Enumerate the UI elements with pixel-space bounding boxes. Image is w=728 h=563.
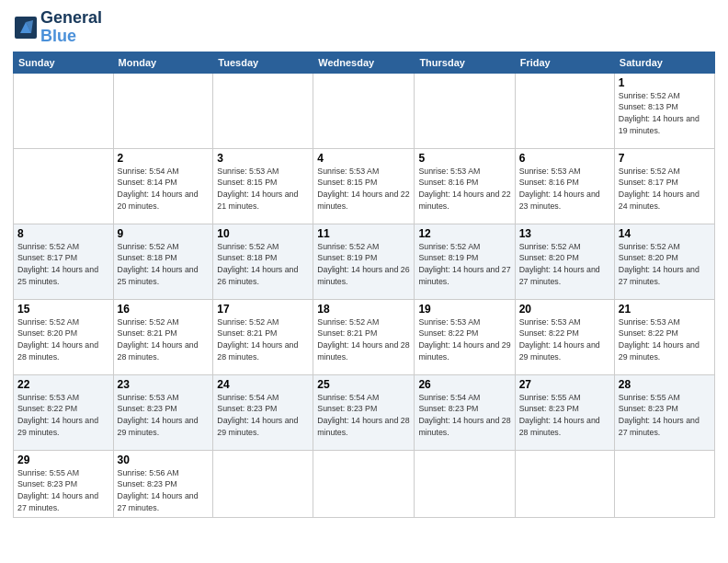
day-cell-26: 26Sunrise: 5:54 AMSunset: 8:23 PMDayligh…: [415, 374, 515, 450]
day-info: Sunrise: 5:53 AMSunset: 8:15 PMDaylight:…: [217, 167, 298, 212]
day-number: 10: [217, 227, 309, 240]
day-number: 7: [619, 152, 711, 165]
day-info: Sunrise: 5:52 AMSunset: 8:18 PMDaylight:…: [217, 242, 298, 287]
day-cell-21: 21Sunrise: 5:53 AMSunset: 8:22 PMDayligh…: [614, 299, 714, 374]
day-cell-3: 3Sunrise: 5:53 AMSunset: 8:15 PMDaylight…: [213, 148, 313, 224]
empty-cell: [213, 73, 313, 148]
empty-cell: [515, 73, 614, 148]
empty-cell: [415, 73, 515, 148]
day-number: 4: [317, 152, 410, 165]
day-info: Sunrise: 5:53 AMSunset: 8:22 PMDaylight:…: [418, 317, 510, 362]
day-number: 2: [118, 152, 210, 165]
logo: General Blue: [13, 9, 102, 46]
empty-cell: [415, 450, 515, 518]
day-number: 20: [519, 303, 610, 316]
header: General Blue: [13, 9, 715, 46]
day-number: 26: [418, 378, 510, 391]
empty-cell: [313, 450, 415, 518]
day-info: Sunrise: 5:52 AMSunset: 8:17 PMDaylight:…: [619, 167, 700, 212]
day-info: Sunrise: 5:55 AMSunset: 8:23 PMDaylight:…: [17, 468, 98, 513]
calendar-table: SundayMondayTuesdayWednesdayThursdayFrid…: [13, 52, 715, 519]
day-info: Sunrise: 5:53 AMSunset: 8:16 PMDaylight:…: [519, 167, 600, 212]
day-cell-12: 12Sunrise: 5:52 AMSunset: 8:19 PMDayligh…: [415, 224, 515, 299]
day-info: Sunrise: 5:54 AMSunset: 8:23 PMDaylight:…: [317, 393, 409, 438]
day-info: Sunrise: 5:53 AMSunset: 8:15 PMDaylight:…: [317, 167, 409, 212]
day-cell-22: 22Sunrise: 5:53 AMSunset: 8:22 PMDayligh…: [14, 374, 114, 450]
day-cell-18: 18Sunrise: 5:52 AMSunset: 8:21 PMDayligh…: [313, 299, 415, 374]
day-cell-7: 7Sunrise: 5:52 AMSunset: 8:17 PMDaylight…: [614, 148, 714, 224]
day-cell-11: 11Sunrise: 5:52 AMSunset: 8:19 PMDayligh…: [313, 224, 415, 299]
day-number: 15: [17, 303, 109, 316]
day-info: Sunrise: 5:53 AMSunset: 8:22 PMDaylight:…: [17, 393, 98, 438]
day-cell-20: 20Sunrise: 5:53 AMSunset: 8:22 PMDayligh…: [515, 299, 614, 374]
empty-cell: [14, 148, 114, 224]
day-number: 23: [118, 378, 210, 391]
day-info: Sunrise: 5:54 AMSunset: 8:23 PMDaylight:…: [217, 393, 298, 438]
day-info: Sunrise: 5:52 AMSunset: 8:21 PMDaylight:…: [317, 317, 409, 362]
day-number: 8: [17, 227, 109, 240]
day-cell-16: 16Sunrise: 5:52 AMSunset: 8:21 PMDayligh…: [113, 299, 213, 374]
day-info: Sunrise: 5:52 AMSunset: 8:20 PMDaylight:…: [619, 242, 700, 287]
logo-text: General Blue: [40, 9, 102, 46]
empty-cell: [515, 450, 614, 518]
day-cell-10: 10Sunrise: 5:52 AMSunset: 8:18 PMDayligh…: [213, 224, 313, 299]
page: General Blue SundayMondayTuesdayWednesda…: [0, 0, 728, 563]
day-number: 11: [317, 227, 410, 240]
day-info: Sunrise: 5:53 AMSunset: 8:22 PMDaylight:…: [619, 317, 700, 362]
day-number: 25: [317, 378, 410, 391]
header-cell-friday: Friday: [515, 52, 614, 73]
day-info: Sunrise: 5:52 AMSunset: 8:19 PMDaylight:…: [317, 242, 409, 287]
header-cell-sunday: Sunday: [14, 52, 114, 73]
empty-cell: [14, 73, 114, 148]
logo-icon: [13, 15, 39, 40]
day-info: Sunrise: 5:53 AMSunset: 8:16 PMDaylight:…: [418, 167, 510, 212]
day-info: Sunrise: 5:52 AMSunset: 8:13 PMDaylight:…: [619, 91, 700, 136]
day-cell-15: 15Sunrise: 5:52 AMSunset: 8:20 PMDayligh…: [14, 299, 114, 374]
day-number: 21: [619, 303, 711, 316]
day-cell-13: 13Sunrise: 5:52 AMSunset: 8:20 PMDayligh…: [515, 224, 614, 299]
day-cell-8: 8Sunrise: 5:52 AMSunset: 8:17 PMDaylight…: [14, 224, 114, 299]
day-cell-29: 29Sunrise: 5:55 AMSunset: 8:23 PMDayligh…: [14, 450, 114, 518]
day-number: 27: [519, 378, 610, 391]
week-row-4: 22Sunrise: 5:53 AMSunset: 8:22 PMDayligh…: [14, 374, 715, 450]
day-number: 22: [17, 378, 109, 391]
day-info: Sunrise: 5:53 AMSunset: 8:23 PMDaylight:…: [118, 393, 199, 438]
day-number: 19: [418, 303, 510, 316]
day-info: Sunrise: 5:52 AMSunset: 8:21 PMDaylight:…: [118, 317, 199, 362]
header-cell-saturday: Saturday: [614, 52, 714, 73]
day-number: 18: [317, 303, 410, 316]
day-number: 9: [118, 227, 210, 240]
day-number: 17: [217, 303, 309, 316]
header-cell-tuesday: Tuesday: [213, 52, 313, 73]
day-info: Sunrise: 5:54 AMSunset: 8:14 PMDaylight:…: [118, 167, 199, 212]
week-row-3: 15Sunrise: 5:52 AMSunset: 8:20 PMDayligh…: [14, 299, 715, 374]
day-cell-25: 25Sunrise: 5:54 AMSunset: 8:23 PMDayligh…: [313, 374, 415, 450]
day-cell-24: 24Sunrise: 5:54 AMSunset: 8:23 PMDayligh…: [213, 374, 313, 450]
day-cell-1: 1Sunrise: 5:52 AMSunset: 8:13 PMDaylight…: [614, 73, 714, 148]
day-number: 24: [217, 378, 309, 391]
day-number: 5: [418, 152, 510, 165]
day-number: 13: [519, 227, 610, 240]
day-cell-4: 4Sunrise: 5:53 AMSunset: 8:15 PMDaylight…: [313, 148, 415, 224]
day-info: Sunrise: 5:56 AMSunset: 8:23 PMDaylight:…: [118, 468, 199, 513]
day-info: Sunrise: 5:54 AMSunset: 8:23 PMDaylight:…: [418, 393, 510, 438]
empty-cell: [113, 73, 213, 148]
day-cell-27: 27Sunrise: 5:55 AMSunset: 8:23 PMDayligh…: [515, 374, 614, 450]
day-info: Sunrise: 5:52 AMSunset: 8:18 PMDaylight:…: [118, 242, 199, 287]
header-cell-wednesday: Wednesday: [313, 52, 415, 73]
header-cell-thursday: Thursday: [415, 52, 515, 73]
day-cell-6: 6Sunrise: 5:53 AMSunset: 8:16 PMDaylight…: [515, 148, 614, 224]
day-info: Sunrise: 5:53 AMSunset: 8:22 PMDaylight:…: [519, 317, 600, 362]
day-number: 3: [217, 152, 309, 165]
day-number: 29: [17, 454, 109, 466]
empty-cell: [213, 450, 313, 518]
week-row-0: 1Sunrise: 5:52 AMSunset: 8:13 PMDaylight…: [14, 73, 715, 148]
empty-cell: [313, 73, 415, 148]
day-cell-9: 9Sunrise: 5:52 AMSunset: 8:18 PMDaylight…: [113, 224, 213, 299]
day-info: Sunrise: 5:52 AMSunset: 8:19 PMDaylight:…: [418, 242, 510, 287]
header-row: SundayMondayTuesdayWednesdayThursdayFrid…: [14, 52, 715, 73]
day-number: 28: [619, 378, 711, 391]
day-info: Sunrise: 5:52 AMSunset: 8:21 PMDaylight:…: [217, 317, 298, 362]
day-info: Sunrise: 5:55 AMSunset: 8:23 PMDaylight:…: [519, 393, 600, 438]
day-number: 14: [619, 227, 711, 240]
